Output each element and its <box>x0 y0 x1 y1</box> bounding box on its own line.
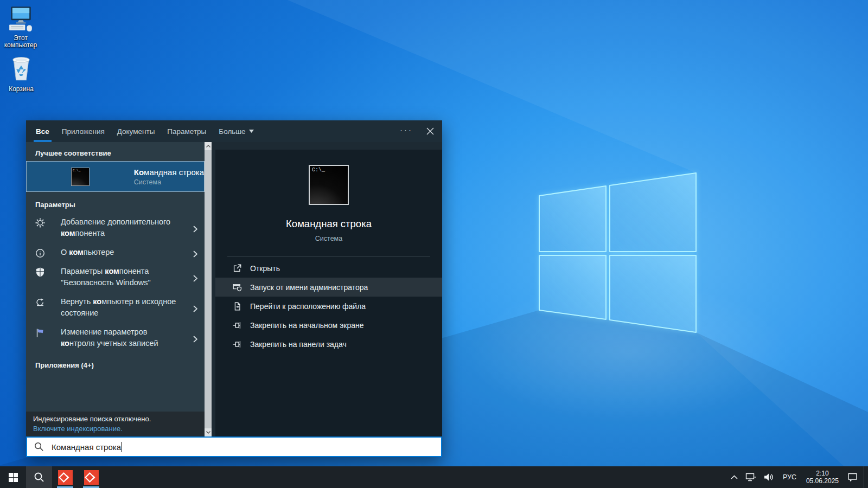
close-button[interactable] <box>418 120 442 142</box>
network-tray-button[interactable] <box>742 466 760 488</box>
red-diamond-app-icon <box>58 470 73 485</box>
preview-separator <box>227 256 430 256</box>
shield-icon <box>35 267 46 278</box>
action-open[interactable]: Открыть <box>215 259 442 278</box>
start-button[interactable] <box>0 466 26 488</box>
uac-flag-icon <box>35 328 46 338</box>
settings-section-header: Параметры <box>35 201 205 209</box>
more-options-button[interactable]: ··· <box>394 119 418 144</box>
clock-date: 05.06.2025 <box>806 477 839 485</box>
action-center-button[interactable] <box>844 466 861 488</box>
tab-apps[interactable]: Приложения <box>62 120 105 142</box>
taskbar-app-button-1[interactable] <box>52 466 78 488</box>
show-desktop-button[interactable] <box>864 466 868 488</box>
tab-all[interactable]: Все <box>36 120 49 142</box>
cmd-icon-large: C:\_ <box>309 165 349 205</box>
result-item-reset-pc[interactable]: Вернуть компьютер в исходное состояние <box>26 292 205 323</box>
chevron-right-icon <box>193 335 197 346</box>
taskbar-clock[interactable]: 2:10 05.06.2025 <box>801 470 844 485</box>
scroll-up-button[interactable] <box>205 142 212 150</box>
chevron-right-icon <box>193 304 197 316</box>
apps-section-header: Приложения (4+) <box>35 361 205 369</box>
action-open-file-location[interactable]: Перейти к расположению файла <box>215 297 442 316</box>
chevron-down-icon <box>249 130 254 133</box>
chevron-up-icon <box>731 475 738 479</box>
reset-pc-icon <box>35 297 46 308</box>
search-flyout-window: Все Приложения Документы Параметры Больш… <box>26 120 442 457</box>
preview-app-subtitle: Система <box>215 235 442 242</box>
result-item-windows-security[interactable]: Параметры компонента "Безопасность Windo… <box>26 262 205 292</box>
taskbar-app-button-2[interactable] <box>78 466 104 488</box>
indexing-status-bar: Индексирование поиска отключено. Включит… <box>26 412 205 436</box>
preview-app-title: Командная строка <box>215 218 442 230</box>
close-icon <box>426 127 434 135</box>
notification-icon <box>847 472 858 482</box>
best-match-header: Лучшее соответствие <box>35 149 205 157</box>
speaker-icon <box>764 473 774 481</box>
scroll-down-button[interactable] <box>205 428 212 436</box>
windows-start-icon <box>9 473 18 482</box>
pin-taskbar-icon <box>232 339 242 349</box>
chevron-down-icon <box>206 431 210 434</box>
search-results-body: Лучшее соответствие C:\_ Командная строк… <box>26 142 442 436</box>
file-location-icon <box>232 301 242 311</box>
desktop-icon-this-pc[interactable]: Этот компьютер <box>3 4 39 49</box>
tab-more[interactable]: Больше <box>219 120 253 142</box>
chevron-right-icon <box>193 224 197 236</box>
tab-settings[interactable]: Параметры <box>167 120 206 142</box>
gear-icon <box>35 217 46 228</box>
red-diamond-app-icon <box>84 470 99 485</box>
search-tabs-bar: Все Приложения Документы Параметры Больш… <box>26 120 442 142</box>
desktop-icon-label: Корзина <box>3 86 39 93</box>
info-icon <box>35 248 46 259</box>
recycle-bin-icon <box>9 54 34 82</box>
run-as-admin-icon <box>232 282 242 292</box>
language-indicator[interactable]: РУС <box>778 466 801 488</box>
results-list-panel: Лучшее соответствие C:\_ Командная строк… <box>26 142 205 436</box>
volume-tray-button[interactable] <box>760 466 778 488</box>
results-scrollbar[interactable] <box>205 142 212 436</box>
desktop: Этот компьютер Корзина Все Приложения <box>0 0 868 488</box>
tab-documents[interactable]: Документы <box>117 120 155 142</box>
chevron-up-icon <box>206 145 210 147</box>
preview-panel: C:\_ Командная строка Система Открыть <box>215 150 442 436</box>
result-item-uac-settings[interactable]: Изменение параметров контроля учетных за… <box>26 323 205 353</box>
network-icon <box>745 473 756 482</box>
taskbar: РУС 2:10 05.06.2025 <box>0 466 868 488</box>
result-item-optional-features[interactable]: Добавление дополнительного компонента <box>26 213 205 243</box>
result-item-about-pc[interactable]: О компьютере <box>26 243 205 262</box>
indexing-status-text: Индексирование поиска отключено. <box>33 415 205 423</box>
chevron-right-icon <box>193 249 197 261</box>
action-pin-to-taskbar[interactable]: Закрепить на панели задач <box>215 335 442 354</box>
search-icon <box>34 472 44 483</box>
desktop-icon-label: Этот компьютер <box>3 35 39 49</box>
pin-start-icon <box>232 320 242 330</box>
action-run-as-admin[interactable]: Запуск от имени администратора <box>215 278 442 297</box>
enable-indexing-link[interactable]: Включите индексирование. <box>33 425 205 433</box>
desktop-icon-recycle-bin[interactable]: Корзина <box>3 54 39 93</box>
system-tray: РУС 2:10 05.06.2025 <box>727 466 868 488</box>
clock-time: 2:10 <box>806 470 839 477</box>
search-box[interactable]: Командная строка <box>26 436 442 457</box>
open-icon <box>232 264 242 273</box>
search-input[interactable]: Командная строка <box>52 442 121 452</box>
wallpaper-glow <box>467 282 792 423</box>
text-caret <box>122 442 122 452</box>
cmd-icon: C:\_ <box>71 168 90 186</box>
chevron-right-icon <box>193 274 197 285</box>
search-icon <box>34 442 44 452</box>
best-match-title: Командная строка <box>134 168 204 177</box>
tray-overflow-button[interactable] <box>727 466 742 488</box>
taskbar-search-button[interactable] <box>26 466 52 488</box>
best-match-subtitle: Система <box>134 178 204 186</box>
this-pc-icon <box>7 4 34 31</box>
action-pin-to-start[interactable]: Закрепить на начальном экране <box>215 316 442 335</box>
best-match-result[interactable]: C:\_ Командная строка Система <box>26 161 205 192</box>
